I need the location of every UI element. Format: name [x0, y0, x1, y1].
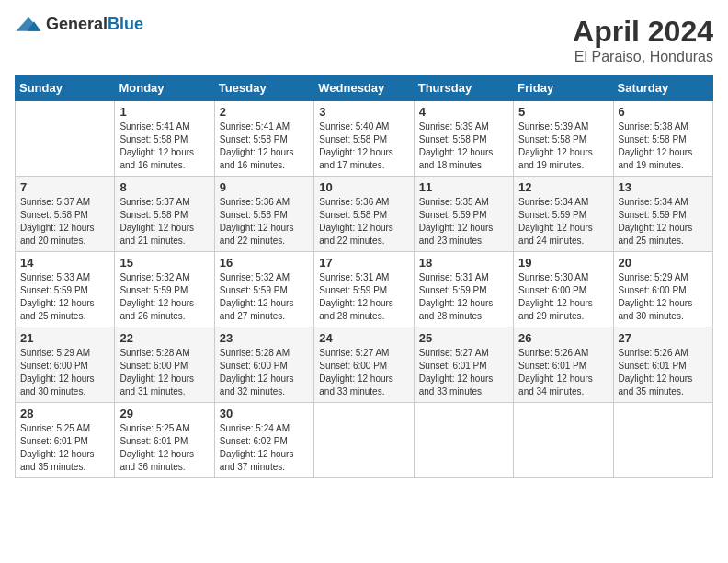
calendar-header-monday: Monday [115, 75, 214, 101]
day-info: Sunrise: 5:39 AMSunset: 5:58 PMDaylight:… [518, 121, 608, 172]
day-info: Sunrise: 5:26 AMSunset: 6:01 PMDaylight:… [619, 347, 708, 398]
calendar-cell: 22Sunrise: 5:28 AMSunset: 6:00 PMDayligh… [115, 327, 214, 403]
calendar-cell [414, 403, 513, 478]
day-info: Sunrise: 5:29 AMSunset: 6:00 PMDaylight:… [619, 271, 708, 323]
page-title: April 2024 [573, 15, 713, 49]
calendar-cell [613, 403, 712, 478]
day-info: Sunrise: 5:41 AMSunset: 5:58 PMDaylight:… [220, 121, 309, 172]
day-number: 17 [319, 256, 408, 270]
logo-general: General [46, 15, 108, 33]
calendar-cell [16, 101, 115, 177]
day-number: 1 [119, 105, 209, 119]
calendar-cell: 20Sunrise: 5:29 AMSunset: 6:00 PMDayligh… [613, 252, 712, 327]
calendar-week-1: 1Sunrise: 5:41 AMSunset: 5:58 PMDaylight… [16, 101, 713, 177]
day-info: Sunrise: 5:25 AMSunset: 6:01 PMDaylight:… [20, 422, 109, 474]
day-info: Sunrise: 5:37 AMSunset: 5:58 PMDaylight:… [20, 196, 109, 247]
day-number: 3 [319, 105, 408, 119]
day-info: Sunrise: 5:34 AMSunset: 5:59 PMDaylight:… [619, 196, 708, 247]
calendar-cell: 2Sunrise: 5:41 AMSunset: 5:58 PMDaylight… [214, 101, 313, 177]
calendar-header-wednesday: Wednesday [314, 75, 414, 101]
day-number: 30 [220, 407, 309, 420]
calendar-cell: 15Sunrise: 5:32 AMSunset: 5:59 PMDayligh… [115, 252, 214, 327]
calendar-cell: 5Sunrise: 5:39 AMSunset: 5:58 PMDaylight… [514, 101, 613, 177]
day-info: Sunrise: 5:29 AMSunset: 6:00 PMDaylight:… [20, 347, 109, 398]
day-info: Sunrise: 5:36 AMSunset: 5:58 PMDaylight:… [319, 196, 408, 247]
day-number: 29 [119, 407, 209, 420]
calendar-cell: 16Sunrise: 5:32 AMSunset: 5:59 PMDayligh… [214, 252, 313, 327]
day-info: Sunrise: 5:34 AMSunset: 5:59 PMDaylight:… [518, 196, 608, 247]
calendar-cell: 17Sunrise: 5:31 AMSunset: 5:59 PMDayligh… [314, 252, 414, 327]
day-number: 28 [20, 407, 109, 420]
day-info: Sunrise: 5:24 AMSunset: 6:02 PMDaylight:… [220, 422, 309, 474]
calendar-cell: 6Sunrise: 5:38 AMSunset: 5:58 PMDaylight… [613, 101, 712, 177]
calendar-cell: 9Sunrise: 5:36 AMSunset: 5:58 PMDaylight… [214, 177, 313, 252]
logo: GeneralBlue [15, 15, 143, 34]
calendar-header-sunday: Sunday [16, 75, 115, 101]
day-info: Sunrise: 5:32 AMSunset: 5:59 PMDaylight:… [119, 271, 209, 323]
location-subtitle: El Paraiso, Honduras [573, 49, 713, 65]
calendar-week-2: 7Sunrise: 5:37 AMSunset: 5:58 PMDaylight… [16, 177, 713, 252]
calendar-cell: 13Sunrise: 5:34 AMSunset: 5:59 PMDayligh… [613, 177, 712, 252]
calendar-header-friday: Friday [514, 75, 613, 101]
day-number: 14 [20, 256, 109, 270]
calendar-cell: 19Sunrise: 5:30 AMSunset: 6:00 PMDayligh… [514, 252, 613, 327]
calendar-cell: 4Sunrise: 5:39 AMSunset: 5:58 PMDaylight… [414, 101, 513, 177]
day-number: 12 [518, 180, 608, 194]
calendar-cell: 8Sunrise: 5:37 AMSunset: 5:58 PMDaylight… [115, 177, 214, 252]
day-info: Sunrise: 5:26 AMSunset: 6:01 PMDaylight:… [518, 347, 608, 398]
calendar-cell: 3Sunrise: 5:40 AMSunset: 5:58 PMDaylight… [314, 101, 414, 177]
day-info: Sunrise: 5:32 AMSunset: 5:59 PMDaylight:… [220, 271, 309, 323]
calendar-cell: 14Sunrise: 5:33 AMSunset: 5:59 PMDayligh… [16, 252, 115, 327]
day-number: 5 [518, 105, 608, 119]
day-number: 4 [419, 105, 508, 119]
calendar-cell: 27Sunrise: 5:26 AMSunset: 6:01 PMDayligh… [613, 327, 712, 403]
calendar-cell: 11Sunrise: 5:35 AMSunset: 5:59 PMDayligh… [414, 177, 513, 252]
day-number: 24 [319, 331, 408, 345]
day-number: 23 [220, 331, 309, 345]
day-info: Sunrise: 5:27 AMSunset: 6:01 PMDaylight:… [419, 347, 508, 398]
day-number: 27 [619, 331, 708, 345]
calendar-cell: 28Sunrise: 5:25 AMSunset: 6:01 PMDayligh… [16, 403, 115, 478]
day-number: 9 [220, 180, 309, 194]
day-number: 11 [419, 180, 508, 194]
calendar-cell [314, 403, 414, 478]
title-area: April 2024 El Paraiso, Honduras [573, 15, 713, 65]
page-header: GeneralBlue April 2024 El Paraiso, Hondu… [15, 15, 713, 65]
day-info: Sunrise: 5:37 AMSunset: 5:58 PMDaylight:… [119, 196, 209, 247]
day-number: 8 [119, 180, 209, 194]
calendar-cell: 25Sunrise: 5:27 AMSunset: 6:01 PMDayligh… [414, 327, 513, 403]
day-info: Sunrise: 5:25 AMSunset: 6:01 PMDaylight:… [119, 422, 209, 474]
calendar-cell [514, 403, 613, 478]
calendar-cell: 18Sunrise: 5:31 AMSunset: 5:59 PMDayligh… [414, 252, 513, 327]
calendar-cell: 1Sunrise: 5:41 AMSunset: 5:58 PMDaylight… [115, 101, 214, 177]
day-info: Sunrise: 5:28 AMSunset: 6:00 PMDaylight:… [119, 347, 209, 398]
logo-blue: Blue [108, 15, 143, 33]
day-number: 26 [518, 331, 608, 345]
day-info: Sunrise: 5:27 AMSunset: 6:00 PMDaylight:… [319, 347, 408, 398]
day-number: 13 [619, 180, 708, 194]
day-number: 16 [220, 256, 309, 270]
day-info: Sunrise: 5:38 AMSunset: 5:58 PMDaylight:… [619, 121, 708, 172]
day-info: Sunrise: 5:30 AMSunset: 6:00 PMDaylight:… [518, 271, 608, 323]
logo-icon [15, 16, 42, 34]
day-number: 2 [220, 105, 309, 119]
calendar-cell: 21Sunrise: 5:29 AMSunset: 6:00 PMDayligh… [16, 327, 115, 403]
calendar-table: SundayMondayTuesdayWednesdayThursdayFrid… [15, 75, 713, 478]
day-number: 10 [319, 180, 408, 194]
day-info: Sunrise: 5:31 AMSunset: 5:59 PMDaylight:… [419, 271, 508, 323]
calendar-week-3: 14Sunrise: 5:33 AMSunset: 5:59 PMDayligh… [16, 252, 713, 327]
calendar-header-tuesday: Tuesday [214, 75, 313, 101]
day-number: 18 [419, 256, 508, 270]
calendar-week-4: 21Sunrise: 5:29 AMSunset: 6:00 PMDayligh… [16, 327, 713, 403]
day-number: 20 [619, 256, 708, 270]
day-number: 15 [119, 256, 209, 270]
day-info: Sunrise: 5:28 AMSunset: 6:00 PMDaylight:… [220, 347, 309, 398]
day-info: Sunrise: 5:33 AMSunset: 5:59 PMDaylight:… [20, 271, 109, 323]
calendar-header-row: SundayMondayTuesdayWednesdayThursdayFrid… [16, 75, 713, 101]
day-info: Sunrise: 5:36 AMSunset: 5:58 PMDaylight:… [220, 196, 309, 247]
day-number: 19 [518, 256, 608, 270]
calendar-cell: 26Sunrise: 5:26 AMSunset: 6:01 PMDayligh… [514, 327, 613, 403]
calendar-cell: 12Sunrise: 5:34 AMSunset: 5:59 PMDayligh… [514, 177, 613, 252]
day-info: Sunrise: 5:41 AMSunset: 5:58 PMDaylight:… [119, 121, 209, 172]
day-info: Sunrise: 5:35 AMSunset: 5:59 PMDaylight:… [419, 196, 508, 247]
